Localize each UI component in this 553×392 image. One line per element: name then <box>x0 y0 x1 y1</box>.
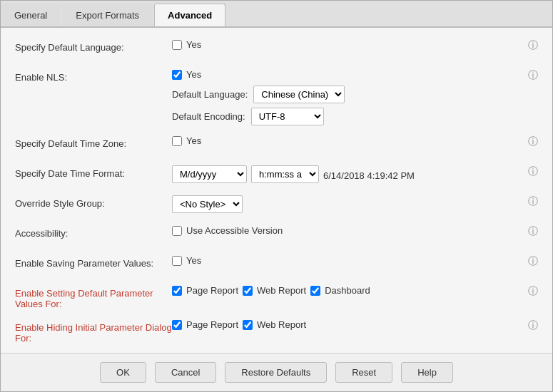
default-language-label: Default Language: <box>172 89 248 100</box>
controls-datetime-format: M/d/yyyy MM/dd/yyyy yyyy-MM-dd dd/MM/yyy… <box>172 165 522 183</box>
dashboard-label-setting: Dashboard <box>325 285 370 296</box>
ok-button[interactable]: OK <box>100 362 146 383</box>
checkbox-specify-timezone[interactable] <box>172 136 182 146</box>
dialog: General Export Formats Advanced Specify … <box>0 0 553 392</box>
content-area: Specify Default Language: Yes ⓘ Enable N… <box>1 28 552 353</box>
help-button[interactable]: Help <box>401 362 453 383</box>
nls-sub-options: Default Language: Chinese (China) Englis… <box>172 86 522 125</box>
restore-defaults-button[interactable]: Restore Defaults <box>225 362 327 383</box>
row-enable-hiding: Enable Hiding Initial Parameter Dialog F… <box>15 319 538 344</box>
reset-button[interactable]: Reset <box>335 362 392 383</box>
time-format-select[interactable]: h:mm:ss a HH:mm:ss h:mm a <box>251 165 319 183</box>
nls-encoding-row: Default Encoding: UTF-8 UTF-16 ISO-8859-… <box>172 108 522 125</box>
default-encoding-label: Default Encoding: <box>172 111 245 122</box>
yes-label-1: Yes <box>186 69 201 80</box>
checkbox-enable-saving[interactable] <box>172 256 182 266</box>
tab-advanced[interactable]: Advanced <box>154 4 225 26</box>
yes-label-6: Yes <box>186 255 201 266</box>
page-report-label-hiding: Page Report <box>186 319 238 330</box>
label-accessibility: Accessibility: <box>15 225 172 239</box>
label-enable-hiding: Enable Hiding Initial Parameter Dialog F… <box>15 319 172 344</box>
row-override-style: Override Style Group: <No Style> Style1 … <box>15 195 538 215</box>
cancel-button[interactable]: Cancel <box>155 362 216 383</box>
default-encoding-select[interactable]: UTF-8 UTF-16 ISO-8859-1 <box>251 108 324 125</box>
info-icon-2[interactable]: ⓘ <box>522 135 538 148</box>
checkbox-accessibility[interactable] <box>172 226 182 236</box>
row-specify-default-language: Specify Default Language: Yes ⓘ <box>15 39 538 59</box>
info-icon-3[interactable]: ⓘ <box>522 165 538 178</box>
footer: OK Cancel Restore Defaults Reset Help <box>1 353 552 391</box>
info-icon-0[interactable]: ⓘ <box>522 39 538 52</box>
info-icon-6[interactable]: ⓘ <box>522 255 538 268</box>
label-specify-default-language: Specify Default Language: <box>15 39 172 53</box>
controls-specify-default-language: Yes <box>172 39 522 50</box>
row-accessibility: Accessibility: Use Accessible Version ⓘ <box>15 225 538 245</box>
tab-export-formats[interactable]: Export Formats <box>62 4 153 26</box>
page-report-label-setting: Page Report <box>186 285 238 296</box>
info-icon-8[interactable]: ⓘ <box>522 319 538 332</box>
nls-language-row: Default Language: Chinese (China) Englis… <box>172 86 522 103</box>
tab-general[interactable]: General <box>1 4 61 26</box>
datetime-preview: 6/14/2018 4:19:42 PM <box>323 167 415 181</box>
web-report-label-setting: Web Report <box>257 285 306 296</box>
info-icon-7[interactable]: ⓘ <box>522 285 538 298</box>
controls-enable-setting: Page Report Web Report Dashboard <box>172 285 522 296</box>
default-language-select[interactable]: Chinese (China) English French German Ja… <box>253 86 345 103</box>
controls-override-style: <No Style> Style1 Style2 <box>172 195 522 213</box>
controls-enable-hiding: Page Report Web Report <box>172 319 522 330</box>
info-icon-1[interactable]: ⓘ <box>522 69 538 82</box>
checkbox-dashboard-setting[interactable] <box>310 286 320 296</box>
info-icon-4[interactable]: ⓘ <box>522 195 538 208</box>
web-report-label-hiding: Web Report <box>257 319 306 330</box>
controls-accessibility: Use Accessible Version <box>172 225 522 236</box>
controls-enable-saving: Yes <box>172 255 522 266</box>
row-specify-timezone: Specify Default Time Zone: Yes ⓘ <box>15 135 538 155</box>
row-datetime-format: Specify Date Time Format: M/d/yyyy MM/dd… <box>15 165 538 185</box>
label-datetime-format: Specify Date Time Format: <box>15 165 172 179</box>
checkbox-web-report-setting[interactable] <box>243 286 253 296</box>
style-group-select[interactable]: <No Style> Style1 Style2 <box>172 195 243 213</box>
row-enable-saving: Enable Saving Parameter Values: Yes ⓘ <box>15 255 538 275</box>
checkbox-web-report-hiding[interactable] <box>243 320 253 330</box>
date-format-select[interactable]: M/d/yyyy MM/dd/yyyy yyyy-MM-dd dd/MM/yyy… <box>172 165 247 183</box>
checkbox-specify-default-language[interactable] <box>172 40 182 50</box>
accessible-version-label: Use Accessible Version <box>186 225 283 236</box>
checkbox-enable-nls[interactable] <box>172 70 182 80</box>
info-icon-5[interactable]: ⓘ <box>522 225 538 238</box>
controls-specify-timezone: Yes <box>172 135 522 146</box>
label-enable-saving: Enable Saving Parameter Values: <box>15 255 172 269</box>
checkbox-page-report-setting[interactable] <box>172 286 182 296</box>
label-enable-nls: Enable NLS: <box>15 69 172 83</box>
row-enable-setting: Enable Setting Default Parameter Values … <box>15 285 538 309</box>
checkbox-page-report-hiding[interactable] <box>172 320 182 330</box>
label-enable-setting: Enable Setting Default Parameter Values … <box>15 285 172 309</box>
row-enable-nls: Enable NLS: Yes Default Language: Chines… <box>15 69 538 125</box>
label-specify-timezone: Specify Default Time Zone: <box>15 135 172 149</box>
tab-bar: General Export Formats Advanced <box>1 1 552 28</box>
controls-enable-nls: Yes Default Language: Chinese (China) En… <box>172 69 522 125</box>
yes-label-2: Yes <box>186 135 201 146</box>
yes-label-0: Yes <box>186 39 201 50</box>
label-override-style: Override Style Group: <box>15 195 172 209</box>
